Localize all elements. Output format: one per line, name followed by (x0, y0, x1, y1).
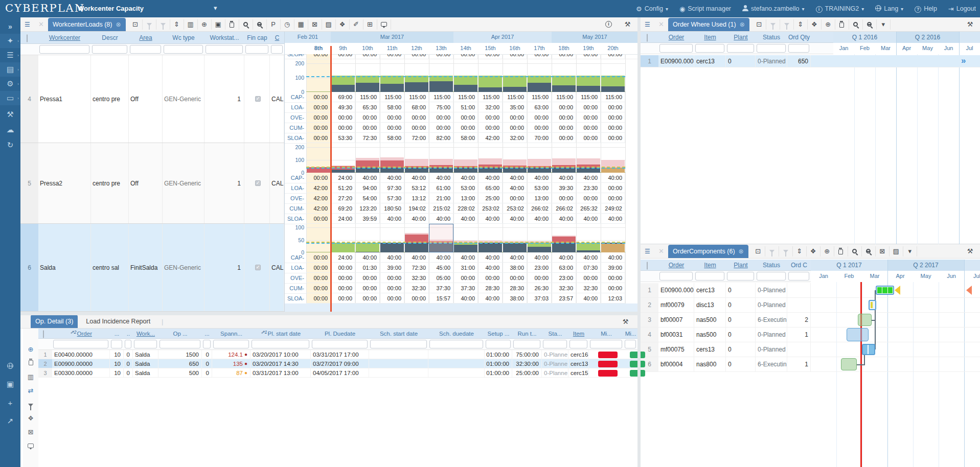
wcl-filter-descr[interactable] (92, 45, 127, 54)
search-icon[interactable] (848, 246, 862, 256)
opd-filter-item[interactable] (569, 340, 587, 348)
wrench-icon[interactable]: ⚒ (963, 19, 977, 30)
side-bookmark-button[interactable]: ▥ (23, 370, 38, 383)
opd-filter-pl_due[interactable] (312, 340, 368, 348)
opd-filter-setup[interactable] (486, 340, 511, 348)
chevron-down-icon[interactable]: ▾ (877, 19, 891, 30)
opd-col-mi[interactable]: Mi... (624, 329, 637, 339)
sidebar-expand-button[interactable]: » (0, 19, 20, 34)
vertical-splitter[interactable] (637, 17, 641, 467)
add-icon[interactable]: ⊕ (198, 19, 212, 30)
order-components-row-bf00031[interactable]: 4bf00031nas50000-Planned1 (641, 328, 980, 342)
topmenu-script-manager[interactable]: ◉Script manager (679, 5, 731, 13)
side-excel-button[interactable]: ⊠ (23, 426, 38, 438)
opd-select-all[interactable] (43, 331, 44, 338)
opd-filter-op[interactable] (159, 340, 200, 348)
filter-off-icon[interactable] (780, 19, 794, 30)
excel-icon[interactable]: ⊠ (876, 246, 890, 256)
sort-icon[interactable]: ⇕ (170, 19, 184, 30)
opd-col-[interactable]: ... (110, 329, 124, 339)
pdf-icon[interactable]: ▨ (890, 246, 903, 256)
panel-menu-icon[interactable]: ☰ (641, 19, 654, 30)
workcenter-loads-tab[interactable]: WorkcenterLoads (8)⊗ (48, 18, 126, 31)
trash-icon[interactable] (834, 246, 848, 256)
search-icon[interactable] (849, 19, 863, 30)
selected-chart-cell[interactable] (429, 224, 453, 252)
sidebar-item-list[interactable]: ☰› (0, 48, 20, 62)
side-comment-button[interactable] (23, 439, 38, 452)
panel-menu-icon[interactable]: ☰ (641, 246, 654, 256)
opd-filter-sch_start[interactable] (370, 340, 427, 348)
order-components-col-order[interactable]: Order (658, 260, 694, 271)
jump-to-bar-icon[interactable]: » (961, 56, 966, 66)
trash-icon[interactable] (835, 19, 849, 30)
tag-icon[interactable]: ❖ (336, 19, 350, 30)
sidebar-item-globe[interactable] (0, 359, 20, 373)
wcl-col-workstat[interactable]: Workstat... (204, 32, 244, 44)
order-where-used-select-all[interactable] (647, 34, 648, 41)
tag-icon[interactable]: ❖ (808, 19, 822, 30)
pdf-icon[interactable]: ▨ (322, 19, 336, 30)
panel-close-icon[interactable]: ✕ (654, 19, 668, 30)
opd-filter-sch_due[interactable] (429, 340, 483, 348)
paint-icon[interactable]: ✐ (350, 19, 363, 30)
sidebar-item-refresh[interactable]: ↻ (0, 138, 20, 152)
wrench-icon[interactable]: ⚒ (621, 19, 634, 30)
wcl-filter-area[interactable] (130, 45, 161, 54)
opd-filter-work[interactable] (134, 340, 157, 348)
sidebar-item-cloud[interactable]: ☁ (0, 123, 20, 137)
side-trash-button[interactable] (23, 357, 38, 369)
sort-icon[interactable]: ⇕ (794, 19, 808, 30)
tab-op-detail[interactable]: Op. Detail (3) (31, 315, 78, 328)
side-tag-button[interactable]: ❖ (23, 412, 38, 424)
order-components-select-all[interactable] (647, 262, 648, 269)
calendar-icon[interactable]: ▦ (294, 19, 308, 30)
panel-close-icon[interactable]: ✕ (34, 19, 48, 30)
tab-close-icon[interactable]: ⊗ (740, 21, 745, 28)
wcl-row-salda[interactable]: 6Saldacentro salFinitSaldaGEN-Generic1CA… (20, 224, 284, 312)
tab-close-icon[interactable]: ⊗ (116, 21, 121, 28)
order-where-used-filter-qty[interactable] (788, 44, 809, 53)
tag-icon[interactable]: ❖ (807, 246, 821, 256)
opd-row-e0040000000[interactable]: 1E00400.00000100Salda15000124.1●03/20/20… (38, 350, 637, 359)
opd-col-work[interactable]: Work... (133, 329, 158, 339)
gantt-milestone-orange[interactable] (966, 286, 972, 295)
order-components-row-e00900000[interactable]: 1E00900.000cerc1300-Planned (641, 283, 980, 298)
wcl-col-wctype[interactable]: Wc type (163, 32, 204, 44)
sort-icon[interactable]: ⇕ (793, 246, 807, 256)
topmenu-training2[interactable]: iTRAINING2▾ (816, 5, 864, 13)
side-transfer-button[interactable]: ⇄ (23, 384, 38, 396)
order-components-row-bf00004[interactable]: 6bf00004nas80006-Executin1 (641, 357, 980, 372)
opd-col-schduedate[interactable]: Sch. duedate (428, 329, 485, 339)
opd-col-[interactable]: .. (124, 329, 133, 339)
sidebar-item-monitor[interactable]: ▭› (0, 91, 20, 105)
excel-icon[interactable]: ⊠ (308, 19, 322, 30)
opd-col-mi[interactable]: Mi... (589, 329, 624, 339)
wcl-filter-wc_type[interactable] (164, 45, 203, 54)
wcl-col-fincap[interactable]: Fin cap (244, 32, 270, 44)
trash-icon[interactable] (225, 19, 239, 30)
opd-filter-mi1[interactable] (590, 340, 622, 348)
opd-col-op[interactable]: Op ... (158, 329, 202, 339)
order-where-used-filter-status[interactable] (757, 44, 786, 53)
sidebar-item-wrench[interactable]: ⚒ (0, 107, 20, 122)
gantt-milestone-yellow[interactable] (895, 286, 900, 295)
panel-menu-icon[interactable]: ☰ (20, 19, 34, 30)
sidebar-item-gears[interactable]: ⚙› (0, 77, 20, 91)
gantt-bar-blue-split[interactable] (862, 344, 875, 355)
gantt-bar-green-box[interactable] (841, 358, 857, 370)
opd-filter-order[interactable] (53, 340, 108, 348)
opd-col-schstartdate[interactable]: Sch. start date (369, 329, 428, 339)
topmenu-lang[interactable]: Lang▾ (875, 5, 903, 13)
opd-filter-run[interactable] (513, 340, 540, 348)
order-components-filter-item[interactable] (695, 272, 724, 281)
filter-off-icon[interactable] (779, 246, 793, 256)
topmenu-stefano-zambello[interactable]: stefano.zambello▾ (742, 5, 805, 13)
panel-icon[interactable]: ⊡ (751, 246, 765, 256)
add-icon[interactable]: ⊕ (822, 19, 835, 30)
gantt-bar-blue-box[interactable] (847, 328, 869, 341)
opd-col-sta[interactable]: Sta... (542, 329, 568, 339)
topmenu-config[interactable]: ⚙Config▾ (636, 5, 668, 13)
order-where-used-filter-order[interactable] (659, 44, 693, 53)
search-icon[interactable] (239, 19, 253, 30)
